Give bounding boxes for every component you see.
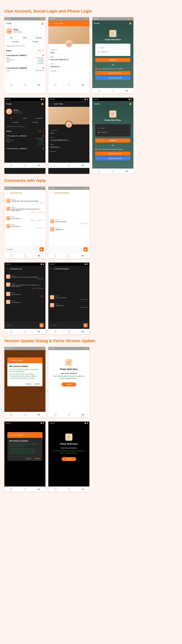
- signin-button[interactable]: SIGN IN: [95, 58, 130, 62]
- replies-link[interactable]: 2 replies: [31, 212, 35, 213]
- login-screen-dark: 2:30 PM📶 🔋 Profile🔔 🛒 Flutter Multi Stor…: [92, 98, 133, 174]
- signin-phone-button[interactable]: 📞Sign in with Phone: [95, 71, 130, 75]
- back-icon[interactable]: ←: [50, 22, 52, 25]
- comment-replies-light: 2:30 PM📶 🔋 ←Comment Replies 🐷thuzaryes i…: [48, 186, 90, 258]
- edit-profile-light: 2:30 PM📶 🔋 ←Edit Profile 🐷 User Namethuz…: [48, 17, 90, 93]
- username-input[interactable]: thuzar: [50, 51, 87, 54]
- tab-history[interactable]: History: [18, 36, 32, 40]
- transaction-card[interactable]: ⟳ Transaction No : 202002116⎘ Shop :Yout…: [4, 66, 45, 73]
- bell-icon[interactable]: 🔔: [41, 103, 44, 105]
- send-button[interactable]: ▶: [40, 247, 44, 252]
- comment-item[interactable]: 🐷thuzari like this skirt . this is very …: [6, 197, 44, 205]
- force-update-light: 2:30 PM📶 🔋 🛒 Flutter Multi Store New Ver…: [48, 347, 90, 417]
- copy-icon[interactable]: ⎘: [43, 67, 44, 69]
- brand-logo: 🛒: [109, 30, 116, 37]
- nav-back-icon[interactable]: [38, 84, 39, 86]
- orders-label: Orders: [6, 50, 11, 52]
- joined-text: Joined On 2020-02-24 21:15:15: [4, 44, 45, 48]
- section-heading-2: Comments with reply: [4, 178, 178, 183]
- info-icon: ⓘ: [9, 359, 11, 362]
- comment-item[interactable]: 🐷thuzarthis is very nice.23 minutes ago: [6, 222, 44, 230]
- comment-input[interactable]: [50, 247, 82, 252]
- phone-input[interactable]: 09256253314: [50, 65, 87, 68]
- brand-name: Flutter Multi Store: [92, 38, 133, 41]
- profile-title: Profile: [6, 22, 11, 24]
- email-icon: ✉: [98, 47, 99, 48]
- reply-item[interactable]: 🐷thuzari also think so: [50, 226, 88, 233]
- reply-item[interactable]: 🐷thuzaryes it is really nice23 minutes a…: [50, 218, 88, 226]
- update-dialog-light: 2:30 PM📶 🔋 ⓘVersion Update New Version A…: [4, 347, 45, 417]
- email-input[interactable]: ✉Email: [97, 46, 128, 50]
- section-heading-3: Version Update Dialog & Force Version Up…: [4, 338, 178, 343]
- bell-icon[interactable]: 🔔: [41, 22, 44, 24]
- version-dialog: ⓘVersion Update New Version Available Ne…: [7, 358, 42, 386]
- update-button[interactable]: UPDATE: [62, 382, 76, 386]
- avatar[interactable]: 🐷: [6, 28, 12, 34]
- tab-favourites[interactable]: ♡ Favourites: [4, 40, 25, 44]
- agree-checkbox[interactable]: ✓: [95, 68, 97, 70]
- update-dialog-dark: 2:30 PM📶 🔋 ⓘVersion Update New Version A…: [4, 422, 45, 492]
- status-bar: 2:30 PM📶 🔋: [4, 17, 45, 20]
- nav-recent-icon[interactable]: [10, 84, 12, 86]
- android-nav: [4, 82, 45, 88]
- user-name: thuzar: [13, 29, 23, 30]
- view-detail-link[interactable]: View Detail: [6, 63, 44, 64]
- bell-icon[interactable]: 🔔: [129, 22, 132, 24]
- or-divider: OR: [92, 64, 133, 66]
- email-icon: ✉: [98, 128, 99, 129]
- top-bar: ←Edit Profile: [48, 20, 90, 26]
- tab-edit[interactable]: Edit: [4, 36, 18, 40]
- dialog-title: New Version Available: [9, 365, 40, 367]
- phone-icon: 📞: [96, 72, 99, 74]
- lock-icon: 🔒: [98, 51, 100, 52]
- password-input[interactable]: 🔒Password: [97, 50, 128, 54]
- force-update-dark: 2:30 PM📶 🔋 🛒 Flutter Multi Store New Ver…: [48, 422, 90, 492]
- top-bar: Profile🔔: [4, 20, 45, 26]
- nav-home-icon[interactable]: [24, 84, 26, 86]
- edit-profile-dark: 2:30 PM📶 🔋 ←Edit Profile 🐷 User Namethuz…: [48, 98, 90, 174]
- comment-item[interactable]: 🐷thuzarthis is very nice.1 replies · 23 …: [6, 214, 44, 222]
- view-all-link[interactable]: VIEW ALL: [38, 50, 44, 52]
- back-icon[interactable]: ←: [6, 192, 8, 194]
- comment-replies-dark: 2:30 PM📶 🔋 ←Comment Replies 🐷thuzaryes i…: [48, 262, 90, 334]
- avatar-upload[interactable]: 🐷: [65, 40, 73, 48]
- cancel-button[interactable]: CANCEL: [25, 383, 32, 385]
- lock-icon: 🔒: [98, 132, 100, 133]
- brand-name: Flutter Multi Store: [53, 368, 85, 370]
- comment-input[interactable]: [6, 247, 38, 252]
- update-button[interactable]: UPDATE: [35, 383, 40, 385]
- facebook-icon: f: [96, 77, 99, 79]
- profile-screen-dark: 2:30 PM📶 🔋 Profile🔔 🐷thuzar09256253314th…: [4, 98, 45, 174]
- comment-list-dark: 2:30 PM📶 🔋 ←Comment List 🐷thuzari like t…: [4, 262, 45, 334]
- login-screen-light: 2:30 PM📶 🔋 Profile🔔 🛒 Flutter Multi Stor…: [92, 17, 133, 93]
- profile-screen-light: 2:30 PM📶 🔋 Profile🔔 🐷thuzar09256253314th…: [4, 17, 45, 93]
- section-heading-1: User Account, Social Login and Phone Log…: [4, 9, 178, 14]
- signin-facebook-button[interactable]: fLogin with Facebook: [95, 76, 130, 80]
- email-input[interactable]: thuzarmyint795@gmail.com: [50, 58, 87, 61]
- back-icon[interactable]: ←: [50, 102, 52, 105]
- tab-transaction[interactable]: Transaction: [32, 36, 45, 40]
- comment-list-light: 2:30 PM📶 🔋 ←Comment List 🐷thuzari like t…: [4, 186, 45, 258]
- copy-icon[interactable]: ⎘: [43, 55, 44, 56]
- tab-setting[interactable]: ⚙ Setting: [25, 40, 45, 44]
- transaction-card[interactable]: ⟳ Transaction No : 202002117⎘ Shop :Yout…: [4, 53, 45, 66]
- comment-item[interactable]: 🐷thuzarI want to buy this skirt. how muc…: [6, 205, 44, 214]
- brand-logo: 🛒: [65, 359, 72, 366]
